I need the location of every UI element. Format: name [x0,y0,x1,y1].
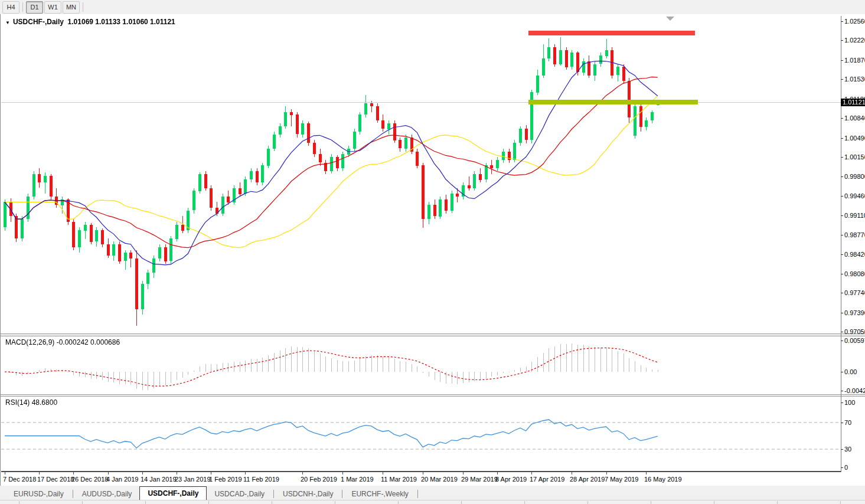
date-label: 28 Apr 2019 [570,476,605,483]
tab-eurusd-daily[interactable]: EURUSD-,Daily [6,487,71,500]
date-label: 26 Dec 2018 [71,476,108,483]
status-divider [461,501,462,504]
tab-usdcnh-daily[interactable]: USDCNH-,Daily [275,487,341,500]
chart-title-symbol: USDCHF-,Daily [13,18,64,26]
axis-tick [841,391,843,391]
date-tick [423,472,423,474]
date-label: 11 Feb 2019 [243,476,279,483]
tab-divider [342,490,342,498]
current-price-tag: 1.01121 [841,99,865,106]
axis-tick [841,423,843,423]
status-divider [335,501,335,504]
price-chart-canvas[interactable] [1,16,841,333]
axis-tick [841,254,843,255]
date-label: 11 Mar 2019 [381,476,417,483]
axis-tick [841,60,843,61]
tab-eurchf-weekly[interactable]: EURCHF-,Weekly [344,487,416,500]
tab-audusd-daily[interactable]: AUDUSD-,Daily [74,487,140,500]
timeframe-button-w1[interactable]: W1 [44,1,61,14]
timeframe-button-d1[interactable]: D1 [26,1,43,14]
axis-label: 0.98080 [844,270,865,277]
status-divider [524,501,525,504]
symbol-tabbar: EURUSD-,DailyAUDUSD-,DailyUSDCHF-,DailyU… [0,486,865,500]
symbol-dropdown-icon[interactable]: ▼ [5,20,10,25]
macd-chart-canvas[interactable] [1,336,841,394]
date-label: 17 Apr 2019 [530,476,564,483]
axis-label: 0.99110 [844,212,865,219]
axis-label: 1.01870 [844,57,865,64]
macd-label: MACD(12,26,9) -0.000242 0.000686 [5,338,120,346]
date-axis[interactable]: 7 Dec 201817 Dec 201826 Dec 20184 Jan 20… [0,472,865,486]
status-divider [651,501,651,504]
date-label: 23 Jan 2019 [175,476,211,483]
axis-tick [841,313,843,313]
date-label: 8 Apr 2019 [495,476,527,483]
axis-label: 1.00150 [844,153,865,161]
timeframe-button-mn[interactable]: MN [63,1,80,14]
tab-divider [273,490,274,498]
tab-usdchf-daily[interactable]: USDCHF-,Daily [139,486,207,500]
chart-title-quote: 1.01069 1.01133 1.01060 1.01121 [68,18,175,26]
axis-tick [841,341,843,341]
date-tick [497,472,498,474]
date-tick [302,472,303,474]
toolbar-separator [83,2,83,12]
axis-label: -0.004243 [844,387,865,394]
timeframe-button-h4[interactable]: H4 [2,1,19,14]
date-tick [73,472,74,474]
chart-window-left-border [0,14,1,486]
axis-label: 0.99800 [844,173,865,180]
axis-label: 0 [844,464,848,471]
date-tick [463,472,463,474]
axis-label: 100 [844,399,855,406]
resistance-bar[interactable] [528,31,695,35]
support-bar[interactable] [528,100,698,104]
axis-label: 0.97050 [844,328,865,335]
chart-window: ▼USDCHF-,Daily 1.01069 1.01133 1.01060 1… [0,14,865,486]
axis-tick [841,40,843,41]
date-label: 17 Dec 2018 [37,476,74,483]
price-axis-border [841,16,841,472]
status-divider [714,501,714,504]
date-label: 1 Mar 2019 [341,476,374,483]
axis-label: 0.98420 [844,251,865,258]
tab-divider [73,490,73,498]
date-label: 20 Mar 2019 [421,476,458,483]
status-strip [0,500,865,504]
rsi-chart-canvas[interactable] [1,397,841,471]
macd-pane: MACD(12,26,9) -0.000242 0.000686 [1,336,841,394]
axis-tick [841,274,843,274]
tab-divider [417,490,418,498]
timeframe-toolbar: H4D1W1MN [0,0,865,14]
status-divider [587,501,588,504]
date-tick [245,472,246,474]
axis-tick [841,196,843,197]
date-tick [39,472,40,474]
axis-tick [841,402,843,403]
axis-label: 0.00597 [844,337,865,344]
tab-usdcad-daily[interactable]: USDCAD-,Daily [207,487,272,500]
status-divider [208,501,209,504]
date-label: 7 May 2019 [605,476,638,483]
toolbar-separator [22,2,23,12]
axis-tick [841,235,843,235]
axis-label: 1.00840 [844,114,865,122]
axis-tick [841,21,843,22]
rsi-pane: RSI(14) 48.6800 [1,397,841,472]
axis-tick [841,372,843,372]
date-tick [142,472,143,474]
chart-shift-marker-icon [666,17,674,21]
axis-tick [841,467,843,468]
axis-label: 0.00 [844,368,857,375]
date-label: 4 Jan 2019 [106,476,138,483]
chart-title: ▼USDCHF-,Daily 1.01069 1.01133 1.01060 1… [5,18,175,26]
axis-label: 1.01530 [844,76,865,83]
date-tick [531,472,532,474]
status-divider [777,501,778,504]
status-divider [82,501,83,504]
date-label: 7 Dec 2018 [3,476,36,483]
axis-label: 0.97390 [844,309,865,316]
axis-tick [841,332,843,332]
axis-label: 1.00490 [844,135,865,142]
date-tick [211,472,211,474]
